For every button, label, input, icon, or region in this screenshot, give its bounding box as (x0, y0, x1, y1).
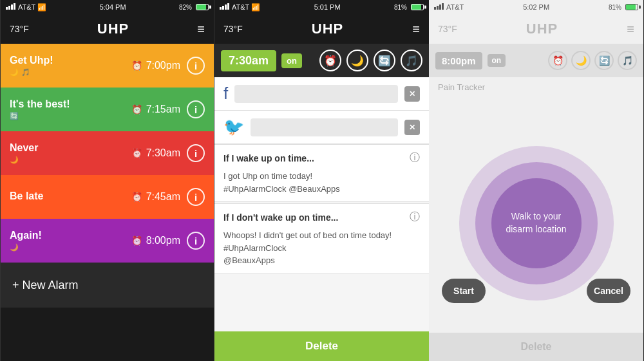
wifi-icon-2: 📶 (251, 3, 260, 12)
alarm-time-1: 7:15am (146, 104, 180, 115)
detail-rotate-icon[interactable]: 🔄 (374, 50, 395, 71)
alarm-item-4[interactable]: Again! 🌙 ⏰ 8:00pm i (1, 219, 214, 263)
svg-rect-6 (225, 5, 227, 10)
alarm-time-3: 7:45am (146, 191, 180, 203)
delete-button-2[interactable]: Delete (214, 331, 429, 361)
hamburger-icon-2[interactable]: ≡ (412, 22, 420, 37)
battery-pct-1: 82% (179, 4, 192, 11)
svg-rect-7 (227, 3, 229, 10)
screen3: AT&T 5:02 PM 81% 73°F UHP ≡ 8:00pm on ⏰ … (429, 0, 643, 361)
twitter-row: 🐦 ✕ (214, 111, 429, 144)
alarm-sleep-icon-2: 🌙 (10, 156, 19, 164)
app-header-2: 73°F UHP ≡ (214, 14, 429, 44)
alarm-repeat-icon-1: 🔄 (10, 112, 19, 120)
signal-1 (6, 3, 16, 11)
alarm-item-left-4: Again! 🌙 (10, 230, 131, 252)
alarm-item-mid-4: ⏰ 8:00pm (131, 235, 180, 246)
signal-3 (434, 3, 444, 11)
alarm-icons-0: 🌙 🎵 (10, 68, 131, 77)
alarm-detail: 7:30am on ⏰ 🌙 🔄 🎵 f ✕ 🐦 ✕ If I wake up o… (214, 44, 429, 361)
screen2: AT&T 📶 5:01 PM 81% 73°F UHP ≡ 7:30am on … (214, 0, 429, 361)
header-title-1: UHP (97, 21, 129, 37)
detail-header-icons: ⏰ 🌙 🔄 🎵 (319, 50, 422, 71)
alarm-item-left-2: Never 🌙 (10, 142, 131, 164)
detail-alarm-icon[interactable]: ⏰ (319, 50, 341, 71)
wake-late-body[interactable]: Whoops! I didn't get out of bed on time … (214, 227, 429, 273)
alarm-info-btn-3[interactable]: i (187, 188, 205, 206)
hamburger-icon-3[interactable]: ≡ (627, 22, 634, 37)
status-left-2: AT&T 📶 (220, 3, 260, 12)
header-temp-2: 73°F (223, 24, 243, 34)
svg-rect-5 (222, 6, 224, 10)
time-1: 5:04 PM (100, 3, 126, 11)
header-temp-1: 73°F (10, 24, 29, 34)
twitter-input[interactable] (251, 118, 398, 136)
alarm-clock-icon-2: ⏰ (131, 148, 142, 158)
alarm-info-btn-0[interactable]: i (187, 57, 205, 75)
hamburger-icon-1[interactable]: ≡ (197, 22, 205, 37)
alarm-sleep-icon-0: 🌙 (10, 68, 19, 77)
new-alarm-bar[interactable]: + New Alarm (1, 263, 214, 308)
wake-late-info-icon[interactable]: ⓘ (410, 210, 420, 224)
facebook-remove-button[interactable]: ✕ (404, 86, 420, 102)
wifi-icon-1: 📶 (37, 3, 46, 12)
svg-rect-4 (220, 7, 222, 10)
carrier-3: AT&T (446, 3, 464, 11)
battery-icon-3 (625, 4, 638, 10)
delete-button-3[interactable]: Delete (429, 333, 643, 361)
svg-rect-11 (442, 3, 444, 10)
alarm-clock-icon-1: ⏰ (131, 104, 142, 115)
alarm-info-btn-2[interactable]: i (187, 144, 205, 162)
detail-headphone-icon[interactable]: 🎵 (401, 50, 422, 71)
facebook-input[interactable] (234, 85, 398, 103)
alarm-item-1[interactable]: It's the best! 🔄 ⏰ 7:15am i (1, 88, 214, 131)
carrier-2: AT&T (232, 3, 249, 11)
wake-on-time-body[interactable]: I got Uhp on time today!#UhpAlarmClock @… (214, 167, 429, 201)
alarm-item-3[interactable]: Be late ⏰ 7:45am i (1, 175, 214, 219)
alarm-item-mid-3: ⏰ 7:45am (131, 191, 180, 203)
circle-outer: Walk to your disarm location (459, 146, 614, 301)
time-3: 5:02 PM (523, 3, 549, 11)
detail-header: 7:30am on ⏰ 🌙 🔄 🎵 (214, 44, 429, 77)
alarm-time-2: 7:30am (146, 147, 180, 159)
alarm-item-2[interactable]: Never 🌙 ⏰ 7:30am i (1, 131, 214, 175)
wake-on-time-title: If I wake up on time... (223, 153, 314, 163)
alarm-item-mid-1: ⏰ 7:15am (131, 104, 180, 115)
alarm-music-icon-0: 🎵 (21, 68, 30, 77)
start-button[interactable]: Start (442, 279, 486, 303)
action-buttons: Start Cancel (429, 279, 643, 303)
header-title-2: UHP (312, 21, 343, 37)
alarm-icons-4: 🌙 (10, 243, 131, 252)
status-left-1: AT&T 📶 (6, 3, 46, 12)
detail-sleep-icon[interactable]: 🌙 (346, 50, 368, 71)
alarm-icons-2: 🌙 (10, 156, 131, 164)
alarm-info-btn-1[interactable]: i (187, 100, 205, 118)
battery-icon-2 (411, 4, 424, 10)
alarm-clock-icon-4: ⏰ (131, 236, 142, 246)
detail-time-badge: 7:30am (221, 50, 276, 71)
alarm-item-0[interactable]: Get Uhp! 🌙 🎵 ⏰ 7:00pm i (1, 44, 214, 88)
alarm-list: Get Uhp! 🌙 🎵 ⏰ 7:00pm i It's the best! 🔄 (1, 44, 214, 361)
wake-on-time-section: If I wake up on time... ⓘ I got Uhp on t… (214, 144, 429, 202)
alarm-info-btn-4[interactable]: i (187, 232, 205, 250)
header-temp-3: 73°F (438, 24, 457, 34)
screen1: AT&T 📶 5:04 PM 82% 73°F UHP ≡ Get Uhp! 🌙… (0, 0, 214, 361)
screen3-on-badge[interactable]: on (488, 54, 506, 67)
header-title-3: UHP (526, 21, 558, 37)
detail-on-badge[interactable]: on (281, 53, 302, 68)
alarm-item-mid-0: ⏰ 7:00pm (131, 60, 180, 71)
svg-rect-1 (8, 6, 10, 10)
svg-rect-9 (437, 6, 439, 10)
twitter-remove-button[interactable]: ✕ (404, 120, 420, 135)
screen3-alarm-icon: ⏰ (548, 51, 567, 70)
battery-pct-3: 81% (609, 4, 621, 11)
cancel-button[interactable]: Cancel (587, 279, 630, 303)
screen3-headphone-icon: 🎵 (618, 51, 637, 70)
screen3-body: 8:00pm on ⏰ 🌙 🔄 🎵 Pain Tracker Walk to y… (429, 44, 643, 361)
alarm-time-4: 8:00pm (146, 235, 180, 246)
status-right-2: 81% (394, 4, 424, 11)
alarm-clock-icon-3: ⏰ (131, 192, 142, 202)
wake-on-time-info-icon[interactable]: ⓘ (410, 151, 420, 165)
alarm-name-0: Get Uhp! (10, 55, 131, 66)
twitter-icon: 🐦 (223, 117, 244, 137)
